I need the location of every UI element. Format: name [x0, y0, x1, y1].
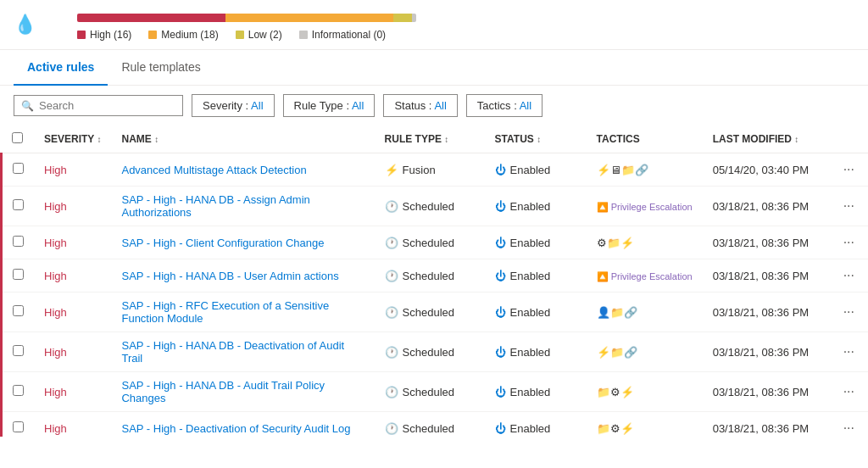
- top-bar: 💧 High (16) Medium (18) Low (2): [0, 0, 868, 50]
- col-rule-type[interactable]: RULE TYPE ↕: [375, 125, 485, 153]
- more-options-button[interactable]: ···: [840, 197, 858, 215]
- severity-chart: High (16) Medium (18) Low (2) Informatio…: [77, 8, 854, 41]
- row-checkbox-cell: [2, 332, 35, 372]
- row-name[interactable]: SAP - High - Deactivation of Security Au…: [111, 412, 374, 437]
- row-actions: ···: [830, 332, 868, 372]
- filter-severity[interactable]: Severity : All: [192, 94, 275, 117]
- row-checkbox-cell: [2, 292, 35, 332]
- row-tactics: ⚡📁🔗: [587, 332, 703, 372]
- tactics-icons: 📁⚙⚡: [597, 422, 693, 435]
- more-options-button[interactable]: ···: [840, 303, 858, 321]
- row-status: ⏻Enabled: [485, 332, 587, 372]
- table-row[interactable]: HighSAP - High - RFC Execution of a Sens…: [2, 292, 869, 332]
- rule-type-label: Scheduled: [403, 200, 454, 213]
- row-name[interactable]: Advanced Multistage Attack Detection: [111, 153, 374, 187]
- rules-table: SEVERITY ↕ NAME ↕ RULE TYPE ↕ STATUS ↕ T…: [0, 125, 868, 437]
- row-checkbox[interactable]: [13, 385, 24, 396]
- rule-name-link[interactable]: SAP - High - Client Configuration Change: [121, 237, 324, 249]
- col-status[interactable]: STATUS ↕: [485, 125, 587, 153]
- row-actions: ···: [830, 153, 868, 187]
- severity-value: High: [44, 270, 67, 282]
- rule-name-link[interactable]: Advanced Multistage Attack Detection: [121, 164, 306, 176]
- row-severity: High: [34, 332, 111, 372]
- rule-type-label: Scheduled: [403, 346, 454, 359]
- row-name[interactable]: SAP - High - Client Configuration Change: [111, 226, 374, 259]
- search-box[interactable]: 🔍: [14, 95, 183, 116]
- row-severity: High: [34, 292, 111, 332]
- row-checkbox-cell: [2, 187, 35, 226]
- col-name[interactable]: NAME ↕: [111, 125, 374, 153]
- row-rule-type: 🕐Scheduled: [375, 187, 485, 226]
- rule-name-link[interactable]: SAP - High - HANA DB - User Admin action…: [121, 270, 338, 282]
- status-label: Enabled: [510, 386, 551, 398]
- active-rules-section: 💧: [14, 14, 43, 36]
- row-rule-type: 🕐Scheduled: [375, 412, 485, 437]
- row-name[interactable]: SAP - High - RFC Execution of a Sensitiv…: [111, 292, 374, 332]
- table-row[interactable]: HighAdvanced Multistage Attack Detection…: [2, 153, 869, 187]
- row-tactics: ⚙📁⚡: [587, 226, 703, 259]
- row-rule-type: 🕐Scheduled: [375, 292, 485, 332]
- more-options-button[interactable]: ···: [840, 233, 858, 252]
- tab-rule-templates[interactable]: Rule templates: [108, 50, 214, 86]
- more-options-button[interactable]: ···: [840, 382, 858, 401]
- row-checkbox[interactable]: [13, 236, 24, 247]
- table-row[interactable]: HighSAP - High - HANA DB - Audit Trail P…: [2, 372, 869, 412]
- legend-dot-low: [236, 31, 244, 39]
- filter-tactics[interactable]: Tactics : All: [466, 94, 542, 117]
- rule-name-link[interactable]: SAP - High - HANA DB - Assign Admin Auth…: [121, 193, 309, 219]
- rule-name-link[interactable]: SAP - High - Deactivation of Security Au…: [121, 422, 350, 435]
- tab-active-rules[interactable]: Active rules: [14, 50, 108, 86]
- severity-value: High: [44, 422, 67, 435]
- row-name[interactable]: SAP - High - HANA DB - Assign Admin Auth…: [111, 187, 374, 226]
- row-rule-type: ⚡Fusion: [375, 153, 485, 187]
- row-checkbox[interactable]: [13, 421, 24, 432]
- row-checkbox[interactable]: [13, 269, 24, 280]
- row-rule-type: 🕐Scheduled: [375, 372, 485, 412]
- select-all-checkbox[interactable]: [12, 132, 23, 143]
- filter-status[interactable]: Status : All: [383, 94, 457, 117]
- col-severity[interactable]: SEVERITY ↕: [34, 125, 111, 153]
- col-last-modified[interactable]: LAST MODIFIED ↕: [703, 125, 830, 153]
- row-severity: High: [34, 372, 111, 412]
- row-name[interactable]: SAP - High - HANA DB - Deactivation of A…: [111, 332, 374, 372]
- filter-rule-type[interactable]: Rule Type : All: [283, 94, 376, 117]
- table-row[interactable]: HighSAP - High - Deactivation of Securit…: [2, 412, 869, 437]
- rule-name-link[interactable]: SAP - High - HANA DB - Deactivation of A…: [121, 339, 344, 365]
- row-tactics: 🔼 Privilege Escalation: [587, 187, 703, 226]
- status-label: Enabled: [510, 164, 551, 176]
- tactic-icon: ⚡🖥📁🔗: [597, 164, 648, 176]
- table-row[interactable]: HighSAP - High - HANA DB - Deactivation …: [2, 332, 869, 372]
- table-row[interactable]: HighSAP - High - HANA DB - User Admin ac…: [2, 259, 869, 292]
- row-severity: High: [34, 187, 111, 226]
- col-tactics: TACTICS: [587, 125, 703, 153]
- table-row[interactable]: HighSAP - High - Client Configuration Ch…: [2, 226, 869, 259]
- col-checkbox: [2, 125, 35, 153]
- row-last-modified: 03/18/21, 08:36 PM: [703, 372, 830, 412]
- more-options-button[interactable]: ···: [840, 160, 858, 179]
- row-checkbox-cell: [2, 412, 35, 437]
- row-name[interactable]: SAP - High - HANA DB - Audit Trail Polic…: [111, 372, 374, 412]
- sort-severity-icon: ↕: [97, 135, 101, 144]
- rule-name-link[interactable]: SAP - High - RFC Execution of a Sensitiv…: [121, 299, 329, 325]
- search-input[interactable]: [39, 99, 166, 112]
- row-checkbox[interactable]: [13, 199, 24, 210]
- status-label: Enabled: [510, 306, 551, 319]
- rule-type-icon: ⚡: [385, 164, 398, 176]
- row-checkbox[interactable]: [13, 305, 24, 316]
- row-severity: High: [34, 259, 111, 292]
- rule-name-link[interactable]: SAP - High - HANA DB - Audit Trail Polic…: [121, 379, 325, 404]
- more-options-button[interactable]: ···: [840, 266, 858, 285]
- table-row[interactable]: HighSAP - High - HANA DB - Assign Admin …: [2, 187, 869, 226]
- row-checkbox[interactable]: [13, 163, 24, 174]
- more-options-button[interactable]: ···: [840, 343, 858, 361]
- tactics-icons: 👤📁🔗: [597, 306, 693, 319]
- row-name[interactable]: SAP - High - HANA DB - User Admin action…: [111, 259, 374, 292]
- row-checkbox[interactable]: [13, 345, 24, 356]
- severity-bar: [77, 14, 416, 22]
- tactics-icons: ⚡🖥📁🔗: [597, 164, 693, 176]
- more-options-button[interactable]: ···: [840, 419, 858, 437]
- tactic-icon: 👤📁🔗: [597, 306, 637, 319]
- row-rule-type: 🕐Scheduled: [375, 259, 485, 292]
- row-status: ⏻Enabled: [485, 153, 587, 187]
- severity-value: High: [44, 164, 67, 176]
